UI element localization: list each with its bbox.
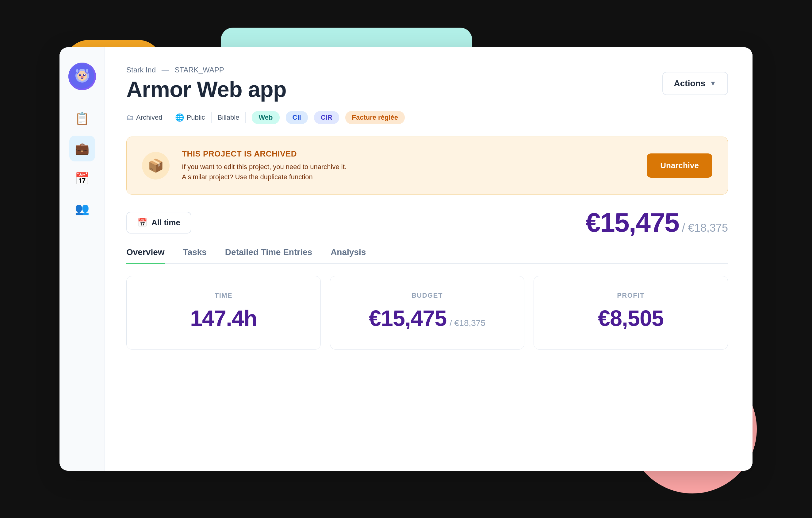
main-content: Stark Ind — STARK_WAPP Armor Web app Act… [105,47,753,471]
company-name: Stark Ind [126,66,156,74]
tag-cii: CII [286,111,308,124]
tag-archived-label: Archived [136,113,163,121]
chevron-down-icon: ▼ [709,80,716,87]
tag-archived: 🗂 Archived [126,111,163,124]
actions-button[interactable]: Actions ▼ [662,72,728,95]
tab-tasks-label: Tasks [183,247,207,257]
unarchive-button[interactable]: Unarchive [647,154,712,178]
budget-current: €15,475 [586,207,679,238]
budget-total: / €18,375 [682,222,728,235]
tab-detailed-time-entries[interactable]: Detailed Time Entries [225,247,312,264]
project-title: Armor Web app [126,77,286,102]
sidebar-item-calendar[interactable]: 📅 [69,166,95,191]
calendar-filter-icon: 📅 [137,218,147,227]
svg-point-6 [84,74,85,75]
avatar-image [68,63,96,90]
svg-point-11 [86,69,88,73]
sidebar: 📋 💼 📅 👥 [59,47,105,471]
page-header: Stark Ind — STARK_WAPP Armor Web app Act… [126,66,728,102]
tag-divider-3 [245,112,245,123]
contacts-icon: 📋 [75,112,89,125]
main-card: 📋 💼 📅 👥 Stark Ind — STARK_WAPP Arm [59,47,753,471]
archive-banner: 📦 THIS PROJECT IS ARCHIVED If you want t… [126,137,728,195]
sidebar-item-projects[interactable]: 💼 [69,136,95,161]
stat-profit-value: €8,505 [598,306,664,331]
tag-billable: Billable [218,111,239,124]
breadcrumb: Stark Ind — STARK_WAPP [126,66,286,74]
tab-overview[interactable]: Overview [126,247,165,264]
tags-row: 🗂 Archived 🌐 Public Billable Web CII CIR… [126,111,728,124]
archive-icon-wrap: 📦 [142,152,170,180]
projects-icon: 💼 [75,142,89,155]
tag-cir: CIR [314,111,339,124]
tag-public: 🌐 Public [175,111,205,124]
stat-budget-value-row: €15,475 / €18,375 [369,306,486,331]
tab-tasks[interactable]: Tasks [183,247,207,264]
archive-line2: A similar project? Use the duplicate fun… [182,173,313,181]
breadcrumb-separator: — [162,66,169,74]
globe-icon: 🌐 [175,113,184,122]
stat-profit-label: PROFIT [617,292,644,300]
stat-time-value: 147.4h [190,306,257,331]
stat-budget-value: €15,475 [369,306,446,331]
stat-budget-label: BUDGET [411,292,443,300]
all-time-filter-button[interactable]: 📅 All time [126,212,191,234]
calendar-icon: 📅 [75,172,89,185]
stat-budget-sub: / €18,375 [450,318,486,328]
stats-cards: TIME 147.4h BUDGET €15,475 / €18,375 PRO… [126,276,728,350]
project-code: STARK_WAPP [174,66,224,74]
archive-text: THIS PROJECT IS ARCHIVED If you want to … [182,149,634,182]
avatar [68,63,96,90]
tag-public-label: Public [187,113,205,121]
stats-header: 📅 All time €15,475 / €18,375 [126,207,728,238]
sidebar-item-team[interactable]: 👥 [69,196,95,222]
svg-point-10 [76,69,79,73]
archive-icon: 🗂 [126,113,134,122]
tag-billable-label: Billable [218,113,239,121]
header-left: Stark Ind — STARK_WAPP Armor Web app [126,66,286,102]
tag-web: Web [252,111,279,124]
svg-point-5 [80,74,80,75]
tag-facture: Facture réglée [345,111,405,124]
budget-display: €15,475 / €18,375 [586,207,728,238]
all-time-label: All time [151,218,180,227]
archive-box-icon: 📦 [148,158,164,173]
archive-line1: If you want to edit this project, you ne… [182,163,347,171]
svg-point-7 [81,76,84,78]
tab-analysis-label: Analysis [330,247,366,257]
stat-card-time: TIME 147.4h [126,276,321,350]
tab-analysis[interactable]: Analysis [330,247,366,264]
tab-overview-label: Overview [126,247,165,257]
sidebar-item-contacts[interactable]: 📋 [69,106,95,131]
tabs-bar: Overview Tasks Detailed Time Entries Ana… [126,247,728,264]
stat-card-budget: BUDGET €15,475 / €18,375 [330,276,524,350]
stat-card-profit: PROFIT €8,505 [533,276,728,350]
stat-time-label: TIME [215,292,233,300]
tab-detailed-label: Detailed Time Entries [225,247,312,257]
sidebar-navigation: 📋 💼 📅 👥 [59,106,105,222]
archive-banner-title: THIS PROJECT IS ARCHIVED [182,149,634,159]
actions-label: Actions [674,79,705,88]
archive-banner-desc: If you want to edit this project, you ne… [182,162,634,182]
tag-divider-1 [169,112,169,123]
team-icon: 👥 [75,202,89,215]
